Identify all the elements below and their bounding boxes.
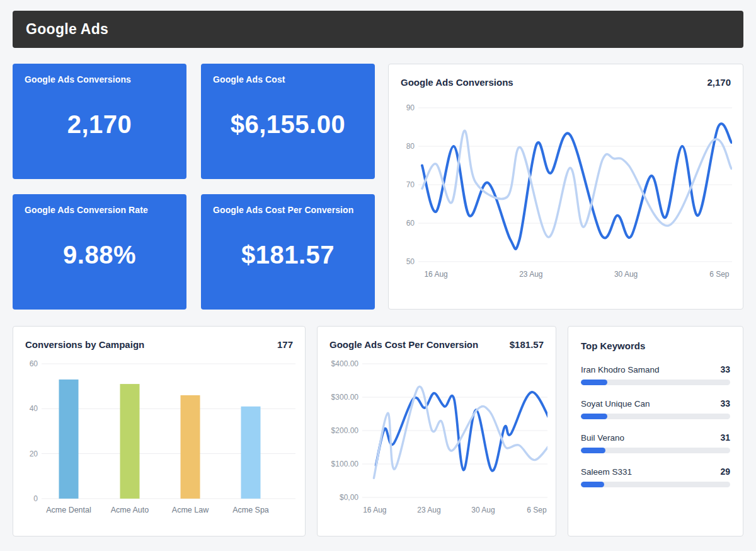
- svg-text:16 Aug: 16 Aug: [424, 270, 447, 279]
- svg-text:6 Sep: 6 Sep: [527, 506, 547, 514]
- kpi-label: Google Ads Cost Per Conversion: [213, 205, 363, 215]
- svg-text:Acme Spa: Acme Spa: [232, 506, 269, 514]
- svg-text:30 Aug: 30 Aug: [614, 270, 638, 279]
- svg-text:$0,00: $0,00: [340, 493, 358, 502]
- keyword-progress-fill: [581, 380, 607, 385]
- conversions-line-chart-card: Google Ads Conversions 2,170 90807060501…: [388, 64, 743, 310]
- svg-text:$200.00: $200.00: [331, 426, 359, 435]
- kpi-card-cost: Google Ads Cost $6,155.00: [201, 64, 375, 179]
- svg-text:$100.00: $100.00: [331, 460, 359, 468]
- keyword-progress-track: [581, 414, 730, 419]
- keyword-progress-track: [581, 380, 730, 385]
- keyword-value: 29: [720, 467, 730, 477]
- svg-text:Acme Dental: Acme Dental: [46, 506, 91, 514]
- keywords-title: Top Keywords: [581, 340, 730, 351]
- svg-text:50: 50: [406, 257, 415, 266]
- svg-text:0: 0: [33, 494, 38, 503]
- chart-total-value: $181.57: [510, 339, 544, 350]
- svg-text:20: 20: [30, 450, 38, 458]
- kpi-label: Google Ads Cost: [213, 74, 363, 84]
- keyword-item: Saleem S33129: [581, 467, 730, 487]
- cost-per-conversion-chart-card: Google Ads Cost Per Conversion $181.57 $…: [317, 326, 556, 536]
- dashboard: Google Ads Google Ads Conversions 2,170 …: [0, 0, 756, 551]
- chart-title: Conversions by Campaign: [25, 339, 144, 350]
- campaign-bar-chart: 6040200Acme DentalAcme AutoAcme LawAcme …: [24, 355, 295, 519]
- svg-text:Acme Law: Acme Law: [172, 506, 209, 514]
- keyword-value: 33: [720, 364, 730, 374]
- kpi-value: $6,155.00: [231, 110, 345, 142]
- bottom-section: Conversions by Campaign 177 6040200Acme …: [13, 326, 743, 536]
- kpi-value: $181.57: [241, 241, 335, 273]
- chart-total-value: 2,170: [707, 77, 731, 88]
- campaign-bar-chart-card: Conversions by Campaign 177 6040200Acme …: [13, 326, 306, 536]
- kpi-value: 9.88%: [63, 241, 136, 273]
- keywords-list: Iran Khodro Samand33Soyat Unique Can33Bu…: [581, 364, 730, 487]
- svg-text:Acme Auto: Acme Auto: [111, 506, 149, 514]
- keyword-progress-fill: [581, 448, 605, 453]
- bar-acme-auto: [120, 384, 140, 499]
- kpi-label: Google Ads Conversion Rate: [25, 205, 175, 215]
- keyword-label: Iran Khodro Samand: [581, 365, 660, 374]
- svg-text:23 Aug: 23 Aug: [519, 270, 542, 279]
- svg-text:6 Sep: 6 Sep: [709, 270, 730, 279]
- chart-title: Google Ads Cost Per Conversion: [329, 339, 478, 350]
- svg-text:70: 70: [406, 180, 415, 189]
- cost-per-conversion-current-line: [376, 392, 547, 471]
- svg-text:16 Aug: 16 Aug: [363, 506, 386, 514]
- conversions-previous-line: [422, 130, 731, 237]
- kpi-card-conversions: Google Ads Conversions 2,170: [13, 64, 186, 179]
- kpi-card-conversion-rate: Google Ads Conversion Rate 9.88%: [13, 194, 186, 310]
- chart-total-value: 177: [277, 339, 293, 350]
- keyword-progress-fill: [581, 414, 607, 419]
- svg-text:$300.00: $300.00: [331, 393, 359, 402]
- kpi-grid: Google Ads Conversions 2,170 Google Ads …: [13, 64, 375, 310]
- keyword-label: Buil Verano: [581, 433, 624, 443]
- bar-acme-dental: [59, 380, 79, 499]
- keyword-label: Saleem S331: [581, 467, 632, 477]
- svg-text:90: 90: [406, 103, 415, 112]
- svg-text:60: 60: [406, 219, 415, 228]
- cost-per-conversion-line-chart: $400.00$300.00$200.00$100.00$0,0016 Aug2…: [328, 355, 547, 519]
- top-keywords-card: Top Keywords Iran Khodro Samand33Soyat U…: [568, 326, 743, 536]
- keyword-value: 33: [720, 398, 730, 409]
- page-header: Google Ads: [13, 11, 743, 48]
- top-section: Google Ads Conversions 2,170 Google Ads …: [13, 64, 743, 310]
- keyword-value: 31: [720, 432, 730, 443]
- conversions-line-chart: 908070605016 Aug23 Aug30 Aug6 Sep: [399, 93, 732, 282]
- svg-text:30 Aug: 30 Aug: [471, 506, 495, 514]
- keyword-label: Soyat Unique Can: [581, 399, 650, 409]
- svg-text:23 Aug: 23 Aug: [417, 506, 440, 514]
- keyword-item: Soyat Unique Can33: [581, 398, 730, 419]
- kpi-card-cost-per-conversion: Google Ads Cost Per Conversion $181.57: [201, 194, 375, 310]
- bar-acme-spa: [241, 407, 261, 499]
- keyword-progress-track: [581, 482, 730, 487]
- keyword-item: Iran Khodro Samand33: [581, 364, 730, 385]
- svg-text:80: 80: [406, 142, 415, 151]
- kpi-label: Google Ads Conversions: [25, 74, 175, 84]
- svg-text:40: 40: [30, 404, 38, 413]
- page-title: Google Ads: [26, 21, 108, 38]
- svg-text:60: 60: [30, 359, 38, 368]
- chart-title: Google Ads Conversions: [401, 77, 513, 88]
- keyword-item: Buil Verano31: [581, 432, 730, 453]
- keyword-progress-track: [581, 448, 730, 453]
- svg-text:$400.00: $400.00: [331, 359, 359, 368]
- bar-acme-law: [181, 395, 200, 499]
- kpi-value: 2,170: [67, 110, 132, 142]
- keyword-progress-fill: [581, 482, 604, 487]
